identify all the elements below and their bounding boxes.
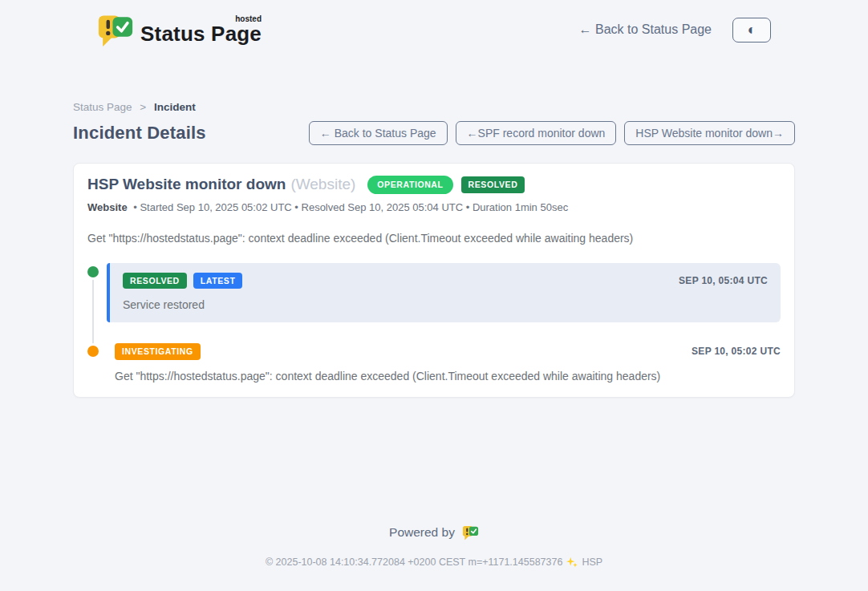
timeline-dot-investigating (87, 346, 99, 357)
theme-toggle-button[interactable]: ◐ (732, 18, 771, 43)
copyright-brand: HSP (582, 557, 602, 568)
breadcrumb-incident: Incident (154, 101, 196, 113)
incident-meta-details: • Started Sep 10, 2025 05:02 UTC • Resol… (133, 201, 568, 213)
timeline-entry-resolved-box: RESOLVED LATEST SEP 10, 05:04 UTC Servic… (107, 263, 781, 323)
breadcrumb-separator: > (140, 101, 146, 113)
brand-logo-icon (97, 12, 134, 47)
timeline-badge-resolved: RESOLVED (123, 273, 187, 289)
timeline-badge-investigating: INVESTIGATING (115, 343, 201, 360)
brand-name: Status Page (140, 23, 262, 44)
timeline-entry-investigating-box: INVESTIGATING SEP 10, 05:02 UTC Get "htt… (107, 343, 781, 383)
timeline-entry-resolved: RESOLVED LATEST SEP 10, 05:04 UTC Servic… (87, 263, 781, 323)
page-title: Incident Details (73, 123, 206, 144)
timeline-dot-resolved (87, 266, 99, 277)
sparkles-icon (566, 557, 578, 568)
incident-status-badges: OPERATIONAL RESOLVED (367, 176, 525, 194)
timeline-timestamp: SEP 10, 05:02 UTC (692, 346, 781, 357)
powered-by-label: Powered by (389, 525, 455, 540)
status-badge-operational: OPERATIONAL (367, 176, 452, 194)
header-back-link[interactable]: ← Back to Status Page (579, 22, 712, 37)
incident-nav-buttons: ← Back to Status Page ←SPF record monito… (309, 121, 795, 145)
incident-component: (Website) (290, 176, 355, 193)
timeline-entry-head: INVESTIGATING SEP 10, 05:02 UTC (115, 343, 781, 360)
breadcrumb: Status Page > Incident (73, 101, 795, 113)
copyright-text: © 2025-10-08 14:10:34.772084 +0200 CEST … (266, 557, 563, 568)
incident-title: HSP Website monitor down (87, 176, 286, 193)
back-to-status-page-button[interactable]: ← Back to Status Page (309, 121, 448, 145)
breadcrumb-status-page[interactable]: Status Page (73, 101, 132, 113)
timeline-message: Service restored (123, 298, 768, 311)
header-actions: ← Back to Status Page ◐ (579, 18, 771, 43)
brand-logo-text: hosted Status Page (140, 15, 262, 44)
timeline-message: Get "https://hostedstatus.page": context… (115, 370, 781, 383)
incident-card: HSP Website monitor down (Website) OPERA… (73, 163, 795, 398)
powered-by-link[interactable]: Powered by (389, 524, 479, 540)
copyright: © 2025-10-08 14:10:34.772084 +0200 CEST … (0, 557, 868, 568)
incident-meta: Website • Started Sep 10, 2025 05:02 UTC… (87, 201, 781, 213)
next-incident-button[interactable]: HSP Website monitor down→ (624, 121, 795, 145)
prev-incident-button[interactable]: ←SPF record monitor down (456, 121, 617, 145)
heading-row: Incident Details ← Back to Status Page ←… (73, 121, 795, 145)
timeline-entry-head: RESOLVED LATEST SEP 10, 05:04 UTC (123, 273, 768, 289)
incident-timeline: RESOLVED LATEST SEP 10, 05:04 UTC Servic… (87, 263, 781, 383)
incident-title-row: HSP Website monitor down (Website) OPERA… (87, 176, 781, 194)
timeline-entry-investigating: INVESTIGATING SEP 10, 05:02 UTC Get "htt… (87, 343, 781, 383)
half-circle-icon: ◐ (748, 22, 756, 37)
page-footer: Powered by © 2025-10-08 14:10:34.772084 … (0, 524, 868, 568)
incident-service: Website (87, 201, 128, 213)
main-content: Status Page > Incident Incident Details … (73, 101, 795, 398)
timeline-timestamp: SEP 10, 05:04 UTC (679, 275, 768, 286)
incident-description: Get "https://hostedstatus.page": context… (87, 232, 781, 245)
timeline-badge-latest: LATEST (193, 273, 243, 289)
brand-logo[interactable]: hosted Status Page (97, 12, 262, 47)
status-badge-resolved: RESOLVED (461, 176, 525, 193)
hsp-logo-icon (462, 524, 479, 540)
site-header: hosted Status Page ← Back to Status Page… (73, 0, 795, 47)
